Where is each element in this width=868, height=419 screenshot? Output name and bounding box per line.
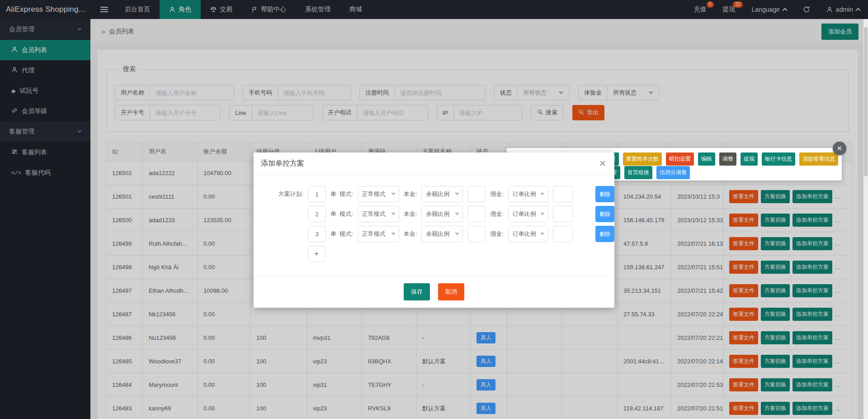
btn-edit[interactable]: 编辑: [698, 152, 715, 166]
mode-select[interactable]: 正常模式: [358, 186, 399, 202]
mode-value: 正常模式: [362, 210, 386, 218]
btn-withdraw[interactable]: 提现: [741, 152, 758, 166]
caret-down-icon: [455, 213, 459, 215]
caret-down-icon: [540, 193, 545, 195]
btn-adjust[interactable]: 调整: [719, 152, 736, 166]
commission-select[interactable]: 订单比例: [508, 206, 548, 222]
mode-value: 正常模式: [362, 230, 386, 238]
popup-close-icon[interactable]: ✕: [833, 142, 846, 155]
modal-title: 添加单控方案: [261, 159, 304, 168]
caret-down-icon: [391, 213, 396, 215]
modal-header: 添加单控方案 ✕: [254, 152, 614, 175]
caret-down-icon: [540, 233, 545, 235]
modal-footer: 保存 取消: [254, 275, 614, 308]
plan-number-input[interactable]: [308, 226, 326, 242]
commission-amount-input[interactable]: [553, 206, 573, 222]
commission-amount-input[interactable]: [553, 186, 573, 202]
principal-select[interactable]: 余额比例: [421, 226, 463, 242]
modal-close-icon[interactable]: ✕: [599, 158, 606, 169]
principal-value: 余额比例: [426, 190, 449, 198]
principal-amount-input[interactable]: [467, 226, 486, 242]
add-plan-row-button[interactable]: +: [308, 246, 325, 262]
delete-row-button[interactable]: 删除: [595, 206, 614, 222]
unit-mode-label: 单 模式:: [330, 230, 353, 238]
delete-row-button[interactable]: 删除: [595, 226, 614, 242]
plan-row-1: 方案计划:单 模式:正常模式本金:余额比例佣金:订单比例删除: [267, 186, 614, 202]
plan-number-input[interactable]: [308, 186, 326, 202]
commission-value: 订单比例: [513, 210, 536, 218]
btn-reset-grab-count[interactable]: 重置抢单次数: [623, 152, 662, 166]
commission-label: 佣金:: [490, 230, 504, 238]
modal-body: 方案计划:单 模式:正常模式本金:余额比例佣金:订单比例删除单 模式:正常模式本…: [254, 175, 614, 275]
btn-clear-sign-info[interactable]: 清除签署信息: [799, 152, 838, 166]
principal-label: 本金:: [404, 190, 417, 198]
btn-credit-adjust[interactable]: 信用分调整: [656, 166, 690, 179]
plan-row-3: 单 模式:正常模式本金:余额比例佣金:订单比例删除: [267, 226, 614, 242]
caret-down-icon: [455, 193, 459, 195]
save-button[interactable]: 保存: [404, 283, 430, 300]
unit-mode-label: 单 模式:: [330, 210, 353, 218]
principal-label: 本金:: [404, 210, 417, 218]
commission-select[interactable]: 订单比例: [508, 186, 548, 202]
btn-bank-card-info[interactable]: 银行卡信息: [762, 152, 795, 166]
plan-row-2: 单 模式:正常模式本金:余额比例佣金:订单比例删除: [267, 206, 614, 222]
commission-value: 订单比例: [513, 190, 536, 198]
plan-number-input[interactable]: [308, 206, 326, 222]
principal-label: 本金:: [404, 230, 417, 238]
btn-home-link[interactable]: 首页链接: [624, 166, 652, 179]
commission-value: 订单比例: [513, 230, 536, 238]
commission-label: 佣金:: [490, 210, 504, 218]
commission-select[interactable]: 订单比例: [508, 226, 548, 242]
principal-select[interactable]: 余额比例: [421, 206, 463, 222]
scrollbar-thumb[interactable]: [864, 27, 868, 176]
unit-mode-label: 单 模式:: [330, 190, 353, 198]
caret-down-icon: [391, 193, 396, 195]
caret-down-icon: [540, 213, 545, 215]
principal-value: 余额比例: [426, 230, 449, 238]
popup-actions-row-1: 添加单控方案重置抢单次数暗扣设置编辑调整提现银行卡信息清除签署信息: [580, 152, 838, 166]
caret-down-icon: [391, 233, 396, 235]
delete-row-button[interactable]: 删除: [595, 186, 614, 202]
principal-amount-input[interactable]: [467, 186, 486, 202]
add-single-control-modal: 添加单控方案 ✕ 方案计划:单 模式:正常模式本金:余额比例佣金:订单比例删除单…: [254, 152, 614, 308]
commission-amount-input[interactable]: [553, 226, 573, 242]
mode-select[interactable]: 正常模式: [358, 206, 399, 222]
mode-value: 正常模式: [362, 190, 386, 198]
principal-value: 余额比例: [426, 210, 449, 218]
page-scrollbar: [863, 19, 868, 419]
mode-select[interactable]: 正常模式: [358, 226, 399, 242]
caret-down-icon: [455, 233, 459, 235]
commission-label: 佣金:: [490, 190, 504, 198]
principal-amount-input[interactable]: [467, 206, 486, 222]
btn-hidden-deduct-settings[interactable]: 暗扣设置: [666, 152, 694, 166]
cancel-button[interactable]: 取消: [438, 283, 464, 300]
plan-label: 方案计划:: [267, 190, 303, 198]
principal-select[interactable]: 余额比例: [421, 186, 463, 202]
